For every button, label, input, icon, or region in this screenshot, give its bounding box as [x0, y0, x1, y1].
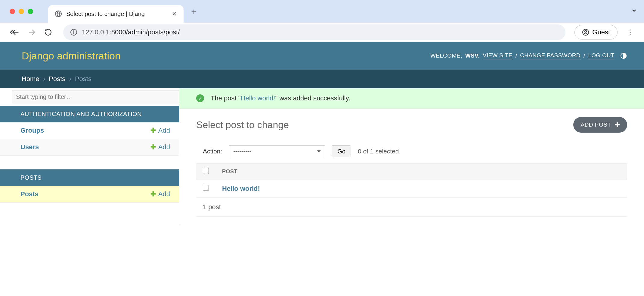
browser-toolbar: i 127.0.0.1:8000/admin/posts/post/ Guest… — [0, 23, 644, 42]
plus-icon: ✚ — [150, 190, 156, 198]
row-checkbox[interactable] — [203, 185, 209, 191]
browser-menu-icon[interactable]: ⋮ — [622, 28, 639, 36]
plus-icon: ✚ — [615, 121, 620, 128]
user-icon — [582, 29, 589, 36]
tabs-chevron-icon[interactable] — [631, 7, 637, 15]
model-link-posts[interactable]: Posts — [20, 190, 39, 198]
sidebar-item-groups: Groups ✚Add — [0, 122, 179, 139]
address-bar[interactable]: i 127.0.0.1:8000/admin/posts/post/ — [63, 24, 565, 40]
url-text: 127.0.0.1:8000/admin/posts/post/ — [82, 28, 180, 36]
forward-button[interactable] — [26, 26, 38, 38]
selection-count: 0 of 1 selected — [358, 148, 399, 155]
fullscreen-window-button[interactable] — [28, 9, 33, 14]
success-message: ✓ The post "Hello world!" was added succ… — [179, 88, 644, 109]
welcome-text: WELCOME, — [430, 52, 462, 59]
view-site-link[interactable]: VIEW SITE — [483, 52, 512, 59]
add-link-groups[interactable]: ✚Add — [150, 127, 170, 134]
logout-link[interactable]: LOG OUT — [588, 52, 615, 59]
back-button-real[interactable] — [10, 26, 22, 38]
browser-tab-strip: Select post to change | Djang ✕ ＋ — [0, 0, 644, 23]
message-object-link[interactable]: Hello world! — [241, 94, 275, 102]
theme-toggle-icon[interactable] — [620, 52, 627, 59]
sidebar-item-posts: Posts ✚Add — [0, 186, 179, 203]
sidebar-filter-input[interactable] — [12, 90, 179, 103]
add-link-posts[interactable]: ✚Add — [150, 190, 170, 198]
go-button[interactable]: Go — [332, 145, 351, 157]
svg-point-5 — [585, 30, 587, 32]
table-row: Hello world! — [196, 180, 627, 198]
add-post-button[interactable]: ADD POST ✚ — [573, 117, 627, 133]
site-title[interactable]: Django administration — [22, 50, 121, 62]
action-select[interactable]: --------- — [229, 145, 325, 157]
breadcrumb: Home › Posts › Posts — [0, 70, 644, 88]
action-label: Action: — [203, 148, 222, 155]
chevron-right-icon: › — [67, 75, 73, 83]
main-content: ✓ The post "Hello world!" was added succ… — [179, 88, 644, 225]
django-header: Django administration WELCOME, WSV. VIEW… — [0, 42, 644, 70]
tab-title: Select post to change | Djang — [66, 11, 145, 17]
chevron-right-icon: › — [41, 75, 47, 83]
model-link-groups[interactable]: Groups — [20, 127, 44, 134]
new-tab-button[interactable]: ＋ — [190, 6, 198, 17]
row-link[interactable]: Hello world! — [222, 185, 260, 192]
breadcrumb-app[interactable]: Posts — [49, 75, 65, 83]
site-info-icon[interactable]: i — [70, 29, 77, 36]
user-tools: WELCOME, WSV. VIEW SITE / CHANGE PASSWOR… — [430, 52, 627, 59]
change-password-link[interactable]: CHANGE PASSWORD — [520, 52, 581, 59]
actions-bar: Action: --------- Go 0 of 1 selected — [196, 141, 627, 162]
close-window-button[interactable] — [10, 9, 15, 14]
profile-label: Guest — [592, 28, 610, 36]
app-caption-auth[interactable]: AUTHENTICATION AND AUTHORIZATION — [0, 106, 179, 122]
app-caption-posts[interactable]: POSTS — [0, 169, 179, 186]
browser-tab[interactable]: Select post to change | Djang ✕ — [48, 5, 184, 23]
sidebar-item-users: Users ✚Add — [0, 139, 179, 156]
profile-button[interactable]: Guest — [574, 25, 618, 39]
plus-icon: ✚ — [150, 127, 156, 134]
select-all-checkbox[interactable] — [203, 168, 209, 174]
page-title: Select post to change — [196, 119, 289, 131]
window-controls — [0, 9, 33, 14]
reload-button[interactable] — [42, 26, 54, 38]
select-all-header — [196, 164, 215, 180]
add-link-users[interactable]: ✚Add — [150, 143, 170, 151]
minimize-window-button[interactable] — [19, 9, 24, 14]
model-link-users[interactable]: Users — [20, 143, 39, 151]
check-icon: ✓ — [196, 94, 204, 102]
sidebar: AUTHENTICATION AND AUTHORIZATION Groups … — [0, 88, 179, 225]
plus-icon: ✚ — [150, 143, 156, 151]
paginator: 1 post — [196, 198, 627, 217]
breadcrumb-home[interactable]: Home — [22, 75, 39, 83]
results-table: POST Hello world! — [196, 163, 627, 198]
username: WSV. — [465, 52, 480, 59]
column-header-post[interactable]: POST — [215, 164, 627, 180]
breadcrumb-current: Posts — [75, 75, 91, 83]
globe-icon — [55, 10, 62, 17]
close-tab-icon[interactable]: ✕ — [172, 10, 177, 17]
